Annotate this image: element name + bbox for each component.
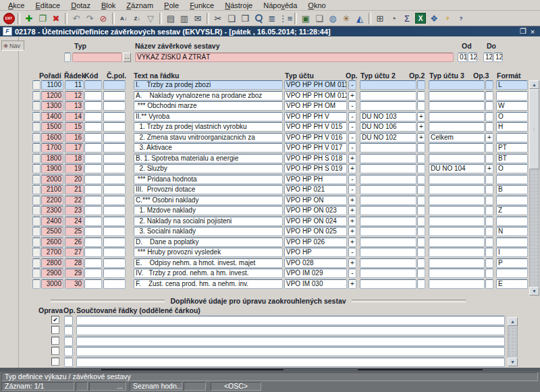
cell-typ-uctu[interactable]: VPO HP PH V 015: [284, 122, 347, 132]
bottom-scrollbar-down-icon[interactable]: ▼: [508, 358, 518, 366]
cell-typ-uctu[interactable]: VPO HP 026: [284, 237, 347, 247]
cell-radek[interactable]: 18: [65, 154, 84, 163]
cell-kod[interactable]: [84, 269, 102, 278]
toolbar-helm-button[interactable]: ✳: [340, 12, 353, 25]
cell-radek[interactable]: 28: [65, 258, 84, 268]
cell-text[interactable]: B. 1. Spotreba materialu a energie: [134, 154, 283, 163]
toolbar-print-button[interactable]: ▤: [164, 12, 178, 25]
souctovane-radky-input[interactable]: [76, 316, 505, 325]
cell-op[interactable]: +: [348, 164, 356, 173]
cell-typ-uctu-3[interactable]: [429, 122, 485, 132]
cell-text[interactable]: 3. Socialni naklady: [134, 227, 283, 236]
cell-op2[interactable]: [417, 269, 425, 278]
cell-op2[interactable]: [417, 279, 425, 289]
cell-cpol[interactable]: [103, 112, 126, 121]
toolbar-delete-record-button[interactable]: ✖: [49, 12, 63, 25]
toolbar-user-card-button[interactable]: ▣: [299, 12, 313, 25]
cell-op3[interactable]: [485, 175, 493, 184]
oprava-checkbox[interactable]: [51, 347, 59, 355]
oprava-checkbox[interactable]: [51, 337, 59, 345]
cell-radek[interactable]: 27: [65, 248, 84, 257]
bottom-op-input[interactable]: [64, 316, 73, 325]
cell-format[interactable]: O: [496, 112, 528, 121]
cell-typ-uctu[interactable]: VPO HP ON 025: [284, 227, 347, 236]
cell-typ-uctu[interactable]: VPO HP ON: [284, 196, 347, 205]
menu-pole[interactable]: Pole: [159, 1, 184, 9]
cell-kod[interactable]: [84, 164, 102, 173]
cell-typ-uctu[interactable]: VPO HP PH S 018: [284, 154, 347, 163]
cell-cpol[interactable]: [103, 154, 126, 163]
cell-op[interactable]: -: [348, 122, 356, 132]
row-selector[interactable]: [32, 248, 40, 257]
row-selector[interactable]: [32, 164, 40, 173]
cell-op2[interactable]: +: [417, 112, 425, 121]
menu-okno[interactable]: Okno: [302, 1, 331, 9]
cell-op[interactable]: -: [348, 80, 356, 90]
cell-typ-uctu-2[interactable]: DU NO 106: [360, 122, 416, 132]
cell-cpol[interactable]: [103, 196, 126, 205]
od-month-input[interactable]: 01: [458, 53, 467, 62]
cell-format[interactable]: [496, 175, 528, 184]
cell-op[interactable]: -: [348, 112, 356, 121]
cell-format[interactable]: [496, 269, 528, 278]
row-selector[interactable]: [32, 133, 40, 142]
cell-format[interactable]: [496, 91, 528, 101]
table-scrollbar-up-icon[interactable]: ▲: [529, 80, 539, 89]
cell-poradi[interactable]: 2300: [41, 206, 63, 215]
toolbar-tools-chart-button[interactable]: ⊞: [373, 12, 387, 25]
toolbar-cut-button[interactable]: ✂: [211, 12, 225, 25]
cell-cpol[interactable]: [103, 122, 126, 132]
cell-poradi[interactable]: 2900: [41, 269, 63, 278]
toolbar-clear-block-button[interactable]: ⊘: [97, 12, 110, 25]
cell-format[interactable]: [496, 217, 528, 226]
cell-kod[interactable]: [84, 258, 102, 268]
cell-typ-uctu-3[interactable]: [429, 217, 485, 226]
cell-typ-uctu[interactable]: VPO HP PH OM 012: [284, 91, 347, 101]
souctovane-radky-input[interactable]: [76, 337, 505, 346]
cell-typ-uctu-2[interactable]: [360, 237, 416, 247]
toolbar-sort-descending-button[interactable]: Z↓: [130, 12, 144, 25]
cell-format[interactable]: PT: [496, 143, 528, 152]
cell-format[interactable]: Z: [496, 206, 528, 215]
cell-kod[interactable]: [84, 217, 102, 226]
nazev-input[interactable]: VÝKAZ ZISKŮ A ZTRÁT: [135, 53, 454, 62]
cell-kod[interactable]: [84, 185, 102, 194]
cell-poradi[interactable]: 2100: [41, 185, 63, 194]
row-selector[interactable]: [32, 154, 40, 163]
cell-typ-uctu-3[interactable]: [429, 248, 485, 257]
cell-op2[interactable]: [417, 154, 425, 163]
cell-op2[interactable]: +: [417, 133, 425, 142]
cell-typ-uctu-3[interactable]: [429, 154, 485, 163]
cell-op3[interactable]: [485, 248, 493, 257]
cell-format[interactable]: W: [496, 101, 528, 111]
bottom-op-input[interactable]: [64, 337, 73, 346]
cell-poradi[interactable]: 2700: [41, 248, 63, 257]
cell-cpol[interactable]: [103, 258, 126, 268]
cell-format[interactable]: P: [496, 258, 528, 268]
do-year-input[interactable]: 12: [493, 53, 503, 62]
cell-op[interactable]: +: [348, 154, 356, 163]
cell-kod[interactable]: [84, 91, 102, 101]
cell-format[interactable]: B: [496, 185, 528, 194]
cell-typ-uctu[interactable]: VPO 028: [284, 258, 347, 268]
table-scrollbar-thumb[interactable]: ⁞: [529, 89, 539, 169]
cell-cpol[interactable]: [103, 227, 126, 236]
cell-op[interactable]: +: [348, 91, 356, 101]
cell-kod[interactable]: [84, 227, 102, 236]
row-selector[interactable]: [32, 80, 40, 90]
cell-typ-uctu-2[interactable]: [360, 164, 416, 173]
toolbar-document-button[interactable]: ❏: [313, 12, 326, 25]
toolbar-enter-query-button[interactable]: ≣: [265, 12, 279, 25]
souctovane-radky-input[interactable]: [76, 347, 505, 356]
cell-kod[interactable]: [84, 206, 102, 215]
cell-op2[interactable]: [417, 196, 425, 205]
cell-text[interactable]: III. Provozni dotace: [134, 185, 283, 194]
cell-kod[interactable]: [84, 175, 102, 184]
cell-poradi[interactable]: 2800: [41, 258, 63, 268]
typ-lov-button[interactable]: ...: [123, 53, 131, 62]
cell-typ-uctu[interactable]: VPO HP ON 023: [284, 206, 347, 215]
cell-op[interactable]: -: [348, 133, 356, 142]
cell-op3[interactable]: [485, 217, 493, 226]
cell-op3[interactable]: +: [485, 133, 493, 142]
cell-radek[interactable]: 26: [65, 237, 84, 247]
